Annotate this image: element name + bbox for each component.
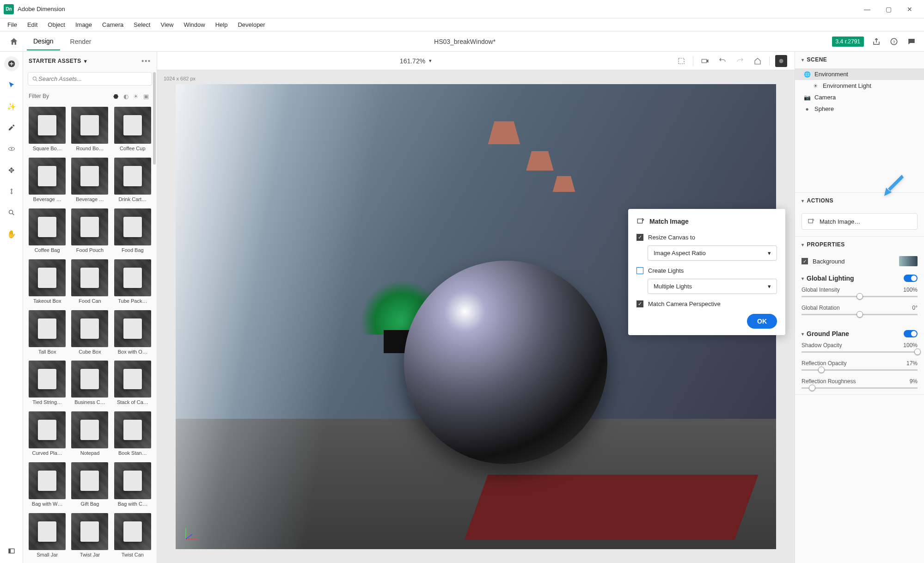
menu-edit[interactable]: Edit	[23, 19, 42, 30]
resize-canvas-checkbox[interactable]: ✓	[636, 234, 643, 241]
menu-help[interactable]: Help	[211, 19, 233, 30]
asset-item[interactable]: Book Stan…	[113, 411, 152, 459]
frame-selection-icon[interactable]	[675, 55, 687, 67]
create-lights-select[interactable]: Multiple Lights ▾	[648, 279, 777, 294]
scene-item[interactable]: ☀Environment Light	[795, 80, 924, 92]
asset-item[interactable]: Coffee Cup	[113, 107, 152, 155]
assets-menu-button[interactable]: •••	[141, 57, 151, 65]
help-icon[interactable]: ?	[889, 37, 899, 47]
magic-wand-tool[interactable]: ✨	[4, 99, 19, 114]
asset-item[interactable]: Bag with C…	[113, 462, 152, 510]
global-intensity-value[interactable]: 100%	[903, 287, 918, 293]
scene-item[interactable]: 📷Camera	[795, 92, 924, 103]
feedback-icon[interactable]	[906, 37, 917, 47]
properties-header[interactable]: ▾ PROPERTIES	[795, 237, 924, 252]
minimize-button[interactable]: —	[857, 2, 878, 16]
pan-tool[interactable]: ✥	[4, 163, 19, 177]
asset-item[interactable]: Drink Cart…	[113, 158, 152, 206]
menu-camera[interactable]: Camera	[98, 19, 128, 30]
asset-item[interactable]: Food Pouch	[70, 208, 109, 257]
menu-window[interactable]: Window	[179, 19, 209, 30]
asset-item[interactable]: Gift Bag	[70, 462, 109, 510]
asset-item[interactable]: Tall Box	[28, 310, 67, 358]
asset-item[interactable]: Stack of Ca…	[113, 361, 152, 409]
menu-image[interactable]: Image	[71, 19, 97, 30]
asset-item[interactable]: Box with O…	[113, 310, 152, 358]
assets-search[interactable]	[28, 72, 152, 86]
menu-view[interactable]: View	[156, 19, 178, 30]
asset-item[interactable]: Coffee Bag	[28, 208, 67, 257]
tab-render[interactable]: Render	[64, 33, 98, 50]
resize-canvas-select[interactable]: Image Aspect Ratio ▾	[648, 245, 777, 261]
asset-item[interactable]: Business C…	[70, 361, 109, 409]
shadow-opacity-slider[interactable]	[802, 351, 918, 353]
global-intensity-slider[interactable]	[802, 296, 918, 297]
asset-item[interactable]: Notepad	[70, 411, 109, 459]
asset-item[interactable]: Twist Can	[113, 513, 152, 561]
create-lights-checkbox[interactable]	[636, 267, 643, 274]
zoom-tool[interactable]	[4, 205, 19, 220]
scene-item[interactable]: 🌐Environment	[795, 68, 924, 80]
match-image-action[interactable]: Match Image…	[802, 213, 918, 230]
match-camera-checkbox[interactable]: ✓	[636, 300, 643, 307]
scene-header[interactable]: ▾ SCENE	[795, 52, 924, 67]
asset-item[interactable]: Square Bo…	[28, 107, 67, 155]
global-rotation-slider[interactable]	[802, 314, 918, 315]
menu-file[interactable]: File	[3, 19, 22, 30]
dolly-tool[interactable]	[4, 184, 19, 199]
hand-tool[interactable]: ✋	[4, 226, 19, 241]
reflection-opacity-slider[interactable]	[802, 369, 918, 371]
share-icon[interactable]	[871, 37, 881, 47]
asset-item[interactable]: Tied String…	[28, 361, 67, 409]
assets-header[interactable]: STARTER ASSETS ▾ •••	[23, 52, 157, 70]
tab-design[interactable]: Design	[27, 33, 60, 50]
zoom-display[interactable]: 161.72% ▾	[165, 57, 667, 65]
camera-home-icon[interactable]	[752, 55, 764, 67]
asset-item[interactable]: Round Bo…	[70, 107, 109, 155]
home-button[interactable]	[5, 33, 23, 50]
menu-select[interactable]: Select	[129, 19, 155, 30]
asset-item[interactable]: Beverage …	[28, 158, 67, 206]
ground-plane-toggle[interactable]	[904, 330, 918, 337]
global-lighting-toggle[interactable]	[904, 275, 918, 282]
scene-item[interactable]: ●Sphere	[795, 103, 924, 115]
filter-lights-icon[interactable]: ☀	[131, 91, 141, 101]
panel-toggle-button[interactable]	[4, 544, 19, 558]
camera-redo-icon[interactable]	[734, 55, 746, 67]
asset-item[interactable]: Curved Pla…	[28, 411, 67, 459]
filter-images-icon[interactable]: ▣	[141, 91, 151, 101]
asset-item[interactable]: Food Can	[70, 259, 109, 307]
reflection-roughness-value[interactable]: 9%	[910, 378, 918, 385]
maximize-button[interactable]: ▢	[878, 2, 899, 16]
camera-bookmark-icon[interactable]	[699, 55, 711, 67]
select-tool[interactable]	[4, 78, 19, 92]
filter-models-icon[interactable]: ⬣	[110, 91, 121, 101]
asset-item[interactable]: Beverage …	[70, 158, 109, 206]
close-button[interactable]: ✕	[899, 2, 920, 16]
filter-materials-icon[interactable]: ◐	[121, 91, 131, 101]
add-content-button[interactable]	[4, 56, 19, 71]
shadow-opacity-value[interactable]: 100%	[903, 342, 918, 349]
axis-gizmo[interactable]	[182, 524, 201, 543]
canvas-viewport[interactable]: 1024 x 682 px	[157, 70, 795, 563]
asset-item[interactable]: Takeout Box	[28, 259, 67, 307]
search-input[interactable]	[38, 75, 148, 82]
render-preview-icon[interactable]	[775, 55, 787, 67]
asset-item[interactable]: Food Bag	[113, 208, 152, 257]
reflection-opacity-value[interactable]: 17%	[906, 360, 918, 367]
menu-object[interactable]: Object	[43, 19, 70, 30]
sampler-tool[interactable]	[4, 120, 19, 135]
camera-undo-icon[interactable]	[716, 55, 728, 67]
asset-item[interactable]: Tube Pack…	[113, 259, 152, 307]
background-checkbox[interactable]: ✓	[802, 258, 808, 264]
reflection-roughness-slider[interactable]	[802, 387, 918, 389]
assets-scrollbar[interactable]	[153, 72, 156, 165]
menu-developer[interactable]: Developer	[233, 19, 269, 30]
background-thumbnail[interactable]	[899, 256, 918, 266]
asset-item[interactable]: Small Jar	[28, 513, 67, 561]
orbit-tool[interactable]	[4, 141, 19, 156]
asset-item[interactable]: Bag with W…	[28, 462, 67, 510]
ok-button[interactable]: OK	[747, 314, 777, 329]
asset-item[interactable]: Cube Box	[70, 310, 109, 358]
global-rotation-value[interactable]: 0°	[912, 305, 918, 311]
